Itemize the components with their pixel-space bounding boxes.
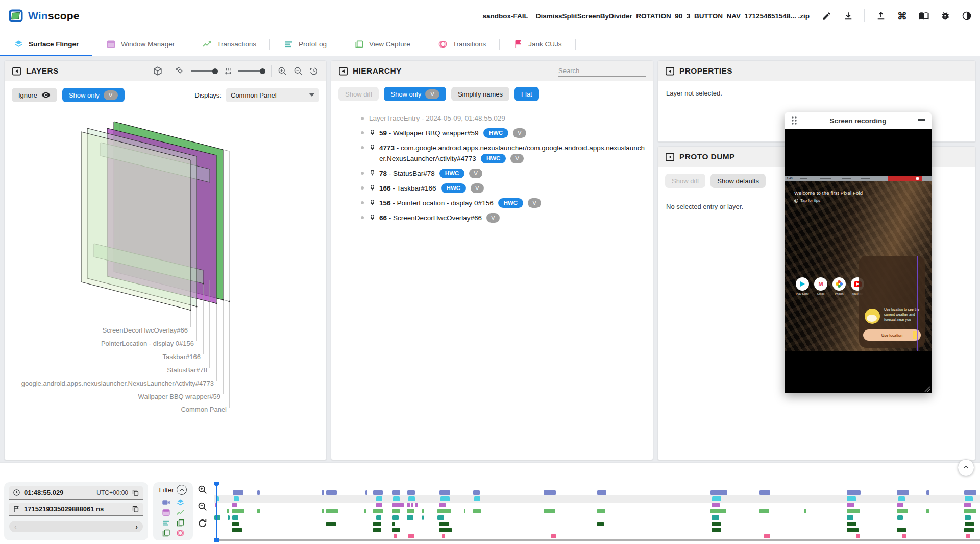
layer-rect-taskbar[interactable] (94, 244, 203, 283)
pin-icon[interactable] (369, 143, 379, 151)
hierarchy-search-input[interactable] (558, 65, 646, 77)
trace-entry-block[interactable] (964, 509, 976, 513)
zoom-in-icon[interactable] (277, 66, 287, 76)
download-icon[interactable] (843, 11, 853, 21)
tab-transactions[interactable]: Transactions (188, 32, 270, 56)
timeline-horizontal-scrollbar[interactable] (214, 539, 980, 541)
trace-entry-block[interactable] (257, 490, 260, 495)
timeline-row-view-capture-1[interactable] (214, 522, 980, 526)
filter-surface-flinger-icon[interactable] (176, 498, 185, 507)
layer-rect-screendecor[interactable] (81, 132, 190, 310)
tab-transitions[interactable]: Transitions (424, 32, 500, 56)
timestamp-field[interactable]: 01:48:55.029 UTC+00:00 (9, 486, 143, 500)
trace-entry-block[interactable] (373, 509, 383, 513)
tab-window-manager[interactable]: Window Manager (92, 32, 188, 56)
trace-entry-block[interactable] (712, 522, 721, 526)
timeline-row-screen-recording[interactable] (214, 490, 980, 495)
trace-entry-block[interactable] (474, 496, 480, 501)
show-only-button[interactable]: Show only V (384, 87, 446, 101)
show-diff-button[interactable]: Show diff (338, 87, 379, 101)
timeline-cursor[interactable] (216, 482, 217, 539)
collapse-panel-icon[interactable] (12, 66, 21, 76)
trace-entry-block[interactable] (394, 534, 397, 538)
trace-entry-block[interactable] (847, 515, 853, 520)
chevron-left-icon[interactable]: ‹ (14, 523, 17, 530)
timeline-row-transitions[interactable] (214, 534, 980, 538)
trace-entry-block[interactable] (551, 534, 556, 538)
show-diff-button[interactable]: Show diff (665, 174, 705, 188)
trace-entry-block[interactable] (856, 534, 860, 538)
trace-entry-block[interactable] (407, 503, 410, 507)
trace-entry-block[interactable] (712, 496, 721, 501)
flat-button[interactable]: Flat (514, 87, 539, 101)
trace-entry-block[interactable] (322, 490, 324, 495)
trace-entry-block[interactable] (407, 509, 414, 513)
timeline-row-protolog[interactable] (214, 515, 980, 520)
trace-entry-block[interactable] (897, 528, 906, 532)
timeline-scrollbar[interactable]: ‹ › (9, 521, 143, 532)
trace-entry-block[interactable] (847, 509, 860, 513)
trace-entry-block[interactable] (760, 509, 769, 513)
trace-entry-block[interactable] (407, 490, 415, 495)
show-defaults-button[interactable]: Show defaults (710, 174, 766, 188)
trace-entry-block[interactable] (804, 509, 806, 513)
trace-entry-block[interactable] (227, 509, 229, 513)
trace-entry-block[interactable] (712, 503, 720, 507)
trace-entry-block[interactable] (373, 528, 381, 532)
trace-entry-block[interactable] (897, 490, 909, 495)
spacing-icon[interactable] (224, 66, 233, 76)
filter-view-capture-icon[interactable] (176, 518, 185, 527)
tab-protolog[interactable]: ProtoLog (270, 32, 340, 56)
trace-entry-block[interactable] (233, 490, 243, 495)
trace-entry-block[interactable] (326, 522, 336, 526)
trace-entry-block[interactable] (228, 515, 230, 520)
trace-entry-block[interactable] (232, 509, 244, 513)
trace-entry-block[interactable] (710, 490, 727, 495)
trace-entry-block[interactable] (407, 515, 413, 520)
pin-icon[interactable] (369, 183, 379, 192)
collapse-panel-icon[interactable] (665, 66, 675, 76)
simplify-names-button[interactable]: Simplify names (451, 87, 509, 101)
trace-entry-block[interactable] (847, 503, 854, 507)
trace-entry-block[interactable] (597, 490, 606, 495)
app-play-store[interactable]: Play Store (795, 277, 810, 295)
resize-handle-icon[interactable] (924, 386, 930, 392)
layer-rect-pointerlocation[interactable] (87, 128, 197, 306)
trace-entry-block[interactable] (442, 534, 445, 538)
spacing-slider[interactable] (238, 68, 265, 74)
tree-node-row[interactable]: 166 - Taskbar#166HWCV (336, 181, 646, 196)
trace-entry-block[interactable] (897, 509, 909, 513)
trace-entry-block[interactable] (964, 490, 976, 495)
3d-view-icon[interactable] (152, 65, 163, 77)
tree-node-row[interactable]: 4773 - com.google.android.apps.nexuslaun… (336, 140, 646, 166)
trace-entry-block[interactable] (544, 509, 555, 513)
trace-entry-block[interactable] (326, 490, 337, 495)
copy-icon[interactable] (132, 505, 139, 513)
trace-entry-block[interactable] (392, 490, 400, 495)
screen-recording-titlebar[interactable]: Screen recording (785, 112, 932, 129)
trace-entry-block[interactable] (422, 509, 425, 513)
trace-entry-block[interactable] (897, 503, 903, 507)
layers-3d-canvas[interactable]: ScreenDecorHwcOverlay#66 PointerLocation… (5, 102, 327, 459)
filter-view-capture-2-icon[interactable] (162, 529, 170, 537)
app-photos[interactable]: Photos (832, 277, 846, 295)
trace-entry-block[interactable] (392, 522, 395, 526)
trace-entry-block[interactable] (710, 509, 726, 513)
trace-entry-block[interactable] (712, 515, 719, 520)
pin-icon[interactable] (369, 168, 379, 177)
trace-entry-block[interactable] (422, 515, 424, 520)
nanoseconds-field[interactable]: 1715219335029888061 ns (9, 503, 143, 516)
drag-handle-icon[interactable] (791, 116, 797, 125)
trace-entry-block[interactable] (214, 515, 220, 520)
timeline-row-window-manager[interactable] (214, 503, 980, 507)
trace-entry-block[interactable] (232, 515, 238, 520)
layer-rect-nexuslauncher[interactable] (107, 128, 216, 303)
trace-entry-block[interactable] (597, 522, 604, 526)
chevron-right-icon[interactable]: › (135, 523, 138, 530)
shortcuts-icon[interactable]: ⌘ (897, 11, 908, 21)
trace-entry-block[interactable] (473, 490, 480, 495)
trace-entry-block[interactable] (376, 503, 382, 507)
filter-screen-recording-icon[interactable] (162, 498, 170, 507)
trace-entry-block[interactable] (322, 509, 324, 513)
tab-jank-cujs[interactable]: Jank CUJs (500, 32, 575, 56)
